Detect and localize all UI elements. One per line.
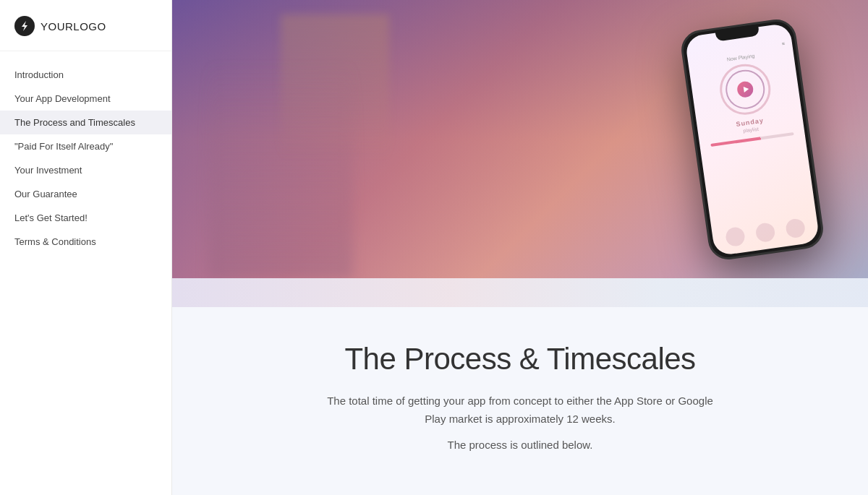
phone-day-sublabel: playlist: [743, 126, 759, 133]
phone-progress-bar: [710, 132, 794, 146]
sidebar-link-introduction[interactable]: Introduction: [0, 63, 171, 87]
sidebar-link-your-investment[interactable]: Your Investment: [0, 158, 171, 182]
sidebar-nav: Introduction Your App Development The Pr…: [0, 60, 171, 257]
phone-mockup: ≡ Now Playing Sunday playlist: [679, 17, 826, 262]
sidebar-link-terms-conditions[interactable]: Terms & Conditions: [0, 230, 171, 254]
content-section: The Process & Timescales The total time …: [172, 307, 868, 495]
phone-bottom-controls: [719, 217, 812, 248]
sidebar-link-our-guarantee[interactable]: Our Guarantee: [0, 182, 171, 206]
sidebar-item-lets-get-started[interactable]: Let's Get Started!: [0, 206, 171, 230]
sidebar-link-paid-for-itself-already[interactable]: "Paid For Itself Already": [0, 134, 171, 158]
logo-brand-prefix: YOUR: [41, 20, 73, 33]
sidebar-item-introduction[interactable]: Introduction: [0, 63, 171, 87]
phone-btn-next: [785, 218, 806, 238]
blurred-person-2: [281, 14, 389, 159]
phone-day-label: Sunday: [736, 116, 765, 127]
sidebar-item-terms-conditions[interactable]: Terms & Conditions: [0, 230, 171, 254]
logo-brand-suffix: LOGO: [73, 20, 106, 33]
bolt-icon: [19, 20, 30, 32]
main-content: ≡ Now Playing Sunday playlist: [172, 0, 868, 495]
phone-album-art-circle: [717, 61, 774, 118]
hero-section: ≡ Now Playing Sunday playlist: [172, 0, 868, 278]
phone-btn-back: [725, 225, 746, 246]
logo-icon-container: [14, 16, 35, 36]
phone-status-icons: ≡: [781, 40, 785, 46]
content-subtitle: The total time of getting your app from …: [318, 392, 723, 429]
svg-marker-0: [22, 21, 27, 31]
sidebar-item-paid-for-itself-already[interactable]: "Paid For Itself Already": [0, 134, 171, 158]
sidebar-item-your-investment[interactable]: Your Investment: [0, 158, 171, 182]
sidebar-item-our-guarantee[interactable]: Our Guarantee: [0, 182, 171, 206]
page-title: The Process & Timescales: [344, 341, 695, 377]
phone-time: [694, 53, 695, 59]
phone-screen: ≡ Now Playing Sunday playlist: [684, 22, 820, 256]
color-band: [172, 278, 868, 307]
phone-container: ≡ Now Playing Sunday playlist: [694, 7, 810, 271]
logo-text: YOURLOGO: [41, 20, 106, 33]
nav-list: Introduction Your App Development The Pr…: [0, 60, 171, 257]
sidebar: YOURLOGO Introduction Your App Developme…: [0, 0, 172, 495]
logo-area: YOURLOGO: [0, 0, 171, 51]
content-description: The process is outlined below.: [448, 436, 593, 455]
sidebar-link-your-app-development[interactable]: Your App Development: [0, 87, 171, 111]
phone-btn-heart: [754, 222, 775, 243]
sidebar-link-lets-get-started[interactable]: Let's Get Started!: [0, 206, 171, 230]
sidebar-item-your-app-development[interactable]: Your App Development: [0, 87, 171, 111]
phone-play-button: [736, 80, 754, 98]
sidebar-link-the-process-and-timescales[interactable]: The Process and Timescales: [0, 111, 171, 134]
sidebar-item-the-process-and-timescales[interactable]: The Process and Timescales: [0, 111, 171, 134]
